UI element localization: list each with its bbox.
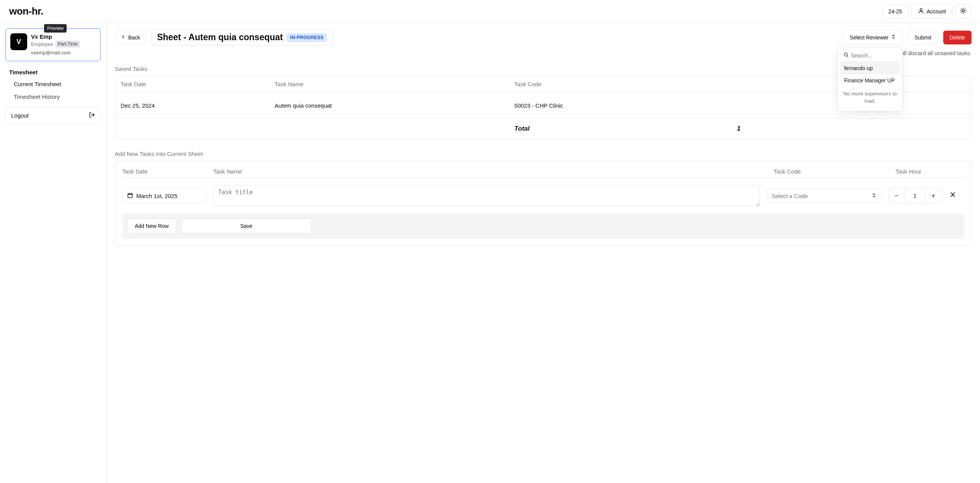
save-tasks-button[interactable]: Save xyxy=(181,219,312,233)
select-chevron-icon xyxy=(871,193,877,199)
task-title-input[interactable] xyxy=(213,185,760,206)
theme-toggle[interactable] xyxy=(956,4,971,19)
user-name: Vx Emp xyxy=(31,33,80,40)
cell-date: Dec 25, 2024 xyxy=(115,92,269,119)
add-tasks-card: Task Date Task Name Task Code Task Hour … xyxy=(115,161,972,246)
reviewer-popover: fernando up Finance Manager UP No more s… xyxy=(838,47,903,111)
back-label: Back xyxy=(128,34,140,41)
account-label: Account xyxy=(926,8,946,15)
col-task-date: Task Date xyxy=(115,76,269,92)
preview-badge: Preview xyxy=(44,24,67,33)
task-code-placeholder: Select a Code xyxy=(772,193,808,199)
select-reviewer-button[interactable]: Select Reviewer xyxy=(843,30,903,44)
svg-point-0 xyxy=(920,9,922,11)
task-date-value: March 1st, 2025 xyxy=(136,193,178,199)
user-role: Employee xyxy=(31,41,53,47)
total-label: Total xyxy=(509,119,732,139)
calendar-icon xyxy=(127,192,133,200)
task-date-picker[interactable]: March 1st, 2025 xyxy=(122,188,206,203)
svg-rect-3 xyxy=(128,193,132,198)
total-row: Total 1 xyxy=(115,119,971,139)
back-button[interactable]: Back xyxy=(115,31,146,44)
avatar: V xyxy=(10,33,27,50)
select-reviewer-label: Select Reviewer xyxy=(850,34,889,41)
account-button[interactable]: Account xyxy=(911,4,952,19)
select-chevron-icon xyxy=(891,34,896,41)
nav-timesheet-history[interactable]: Timesheet History xyxy=(5,90,101,103)
logout-icon xyxy=(89,112,95,119)
sun-icon xyxy=(960,7,967,15)
nav-section-timesheet: Timesheet xyxy=(5,67,101,78)
user-schedule-chip: Part-Time xyxy=(56,41,80,47)
hour-value: 1 xyxy=(904,188,926,203)
svg-point-2 xyxy=(844,53,847,56)
hour-decrement[interactable] xyxy=(889,188,904,203)
reviewer-empty-message: No more supervisors to load. xyxy=(840,87,900,109)
user-email: vxemp@mail.com xyxy=(31,50,80,56)
reviewer-option[interactable]: Finance Manager UP xyxy=(840,74,900,87)
col-task-name: Task Name xyxy=(269,76,509,92)
delete-button[interactable]: Delete xyxy=(943,31,972,44)
total-value: 1 xyxy=(732,119,851,139)
add-tasks-heading: Add New Tasks Into Current Sheet xyxy=(115,151,972,157)
reviewer-search-input[interactable] xyxy=(851,52,897,59)
user-preview-card: Preview V Vx Emp Employee Part-Time vxem… xyxy=(5,28,101,61)
logout-button[interactable]: Logout xyxy=(5,107,101,124)
submit-button[interactable]: Submit xyxy=(908,31,938,44)
status-badge: IN-PROGRESS xyxy=(287,33,327,42)
reviewer-option[interactable]: fernando up xyxy=(840,62,900,74)
nav-current-timesheet[interactable]: Current Timesheet xyxy=(5,78,101,90)
add-new-row-button[interactable]: Add New Row xyxy=(127,219,176,233)
svg-point-1 xyxy=(962,10,964,12)
task-hour-stepper: 1 xyxy=(889,188,942,204)
chevron-left-icon xyxy=(121,34,126,41)
hour-increment[interactable] xyxy=(926,188,941,203)
logout-label: Logout xyxy=(11,112,29,119)
col-task-code: Task Code xyxy=(509,76,732,92)
cell-name: Autem quia consequat xyxy=(269,92,509,119)
user-icon xyxy=(918,8,924,15)
addcol-name: Task Name xyxy=(213,168,767,175)
task-code-select[interactable]: Select a Code xyxy=(767,189,882,203)
addcol-code: Task Code xyxy=(774,168,889,175)
addcol-date: Task Date xyxy=(122,168,206,175)
close-icon xyxy=(949,191,957,200)
cell-code: 50023 - CHP Clinic xyxy=(509,92,732,119)
addcol-hour: Task Hour xyxy=(895,168,964,175)
search-icon xyxy=(843,52,849,59)
remove-row-button[interactable] xyxy=(949,191,964,201)
sheet-title: Sheet - Autem quia consequat IN-PROGRESS xyxy=(151,29,333,46)
period-button[interactable]: 24-25 xyxy=(882,5,909,18)
brand-logo[interactable]: won-hr. xyxy=(9,5,43,17)
